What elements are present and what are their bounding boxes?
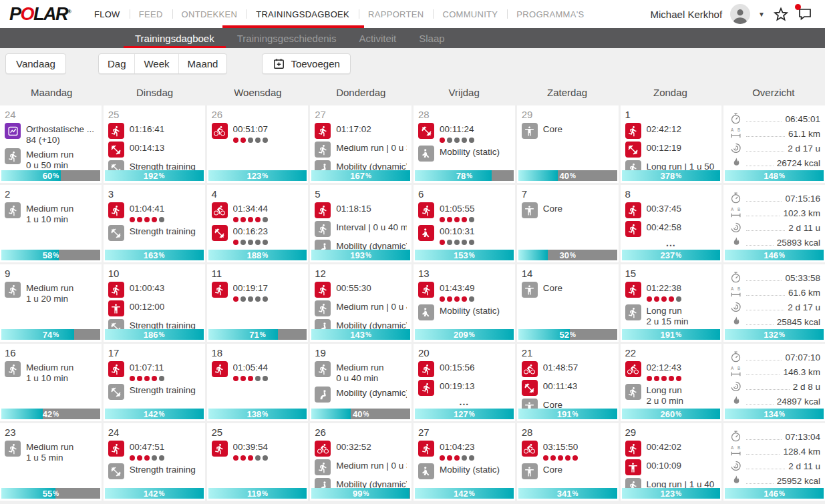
training-entry[interactable]: 01:34:44 xyxy=(212,202,304,222)
view-option-dag[interactable]: Dag xyxy=(99,54,135,73)
nav-item-community[interactable]: COMMUNITY xyxy=(433,0,507,28)
training-entry[interactable]: 00:19:13 xyxy=(418,380,510,396)
day-cell[interactable]: 2101:48:5700:11:43Core191% xyxy=(517,344,619,421)
training-entry[interactable]: Mobility (dynamic) xyxy=(315,387,407,403)
day-cell[interactable]: 19Medium run0 u 40 minMobility (dynamic)… xyxy=(310,344,411,421)
training-entry[interactable]: Medium run1 u 20 min xyxy=(5,282,97,304)
tab-trainingsgeschiedenis[interactable]: Trainingsgeschiedenis xyxy=(226,28,348,48)
training-entry[interactable]: 02:42:12 xyxy=(625,123,717,139)
day-cell[interactable]: 14Core52% xyxy=(517,264,619,342)
nav-item-ontdekken[interactable]: ONTDEKKEN xyxy=(172,0,247,28)
day-cell[interactable]: 2600:51:07123% xyxy=(207,105,309,183)
training-entry[interactable]: Medium run1 u 10 min xyxy=(5,202,97,225)
add-button[interactable]: Toevoegen xyxy=(262,53,350,74)
training-entry[interactable]: 00:11:43 xyxy=(522,380,614,396)
overview-cell[interactable]: 07:13:04AB128.4 km2 d 11 u25952 kcal146% xyxy=(723,423,825,501)
today-button[interactable]: Vandaag xyxy=(5,53,66,74)
training-entry[interactable]: 01:04:23 xyxy=(418,441,510,461)
day-cell[interactable]: 2900:42:0200:10:09Long run | 1 u 40 min1… xyxy=(621,423,722,501)
tab-activiteit[interactable]: Activiteit xyxy=(347,28,407,48)
day-cell[interactable]: 601:05:5500:10:31153% xyxy=(414,185,515,262)
training-entry[interactable]: Strength training xyxy=(108,463,200,479)
day-cell[interactable]: 2501:16:4100:14:13Strength training192% xyxy=(104,105,205,183)
training-entry[interactable]: Mobility (static) xyxy=(418,146,510,162)
day-cell[interactable]: 23Medium run1 u 5 min55% xyxy=(0,423,102,501)
training-entry[interactable]: 00:19:17 xyxy=(212,282,304,302)
training-entry[interactable]: Mobility (static) xyxy=(418,463,510,479)
caret-down-icon[interactable]: ▼ xyxy=(758,11,765,18)
day-cell[interactable]: 2600:32:52Medium run | 0 u 35 minMobilit… xyxy=(310,423,411,501)
training-entry[interactable]: Medium run1 u 5 min xyxy=(5,441,97,463)
day-cell[interactable]: 1100:19:1771% xyxy=(207,264,309,342)
training-entry[interactable]: Core xyxy=(522,463,614,479)
training-entry[interactable]: Strength training xyxy=(108,384,200,400)
training-entry[interactable]: 03:15:50 xyxy=(522,441,614,461)
nav-item-rapporten[interactable]: RAPPORTEN xyxy=(359,0,433,28)
training-entry[interactable]: 00:55:30 xyxy=(315,282,407,298)
training-entry[interactable]: Medium run1 u 10 min xyxy=(5,361,97,384)
training-entry[interactable]: 01:05:55 xyxy=(418,202,510,222)
training-entry[interactable]: 00:32:52 xyxy=(315,441,407,457)
overview-cell[interactable]: 05:33:58AB61.6 km2 d 17 u25845 kcal132% xyxy=(723,264,825,342)
day-cell[interactable]: 301:04:41Strength training163% xyxy=(104,185,205,262)
training-entry[interactable]: Long run2 u 0 min xyxy=(625,384,717,407)
training-entry[interactable]: Interval | 0 u 40 min xyxy=(315,221,407,237)
training-entry[interactable]: 00:39:54 xyxy=(212,441,304,461)
training-entry[interactable]: 00:10:09 xyxy=(625,459,717,475)
view-option-week[interactable]: Week xyxy=(134,54,178,73)
day-cell[interactable]: 1200:55:30Medium run | 0 u 45 minMobilit… xyxy=(310,264,411,342)
overview-cell[interactable]: 07:15:16AB102.3 km2 d 11 u25893 kcal146% xyxy=(723,185,825,262)
training-entry[interactable]: Medium run | 0 u 35 min xyxy=(315,142,407,158)
day-cell[interactable]: 1701:07:11Strength training142% xyxy=(104,344,205,421)
training-entry[interactable]: Medium run | 0 u 45 min xyxy=(315,300,407,316)
day-cell[interactable]: 29Core40% xyxy=(517,105,619,183)
day-cell[interactable]: 2Medium run1 u 10 min58% xyxy=(0,185,102,262)
day-cell[interactable]: 1501:22:38Long run2 u 15 min191% xyxy=(621,264,722,342)
avatar[interactable] xyxy=(730,4,750,24)
training-entry[interactable]: 00:12:19 xyxy=(625,142,717,158)
training-entry[interactable]: 01:18:15 xyxy=(315,202,407,218)
view-option-maand[interactable]: Maand xyxy=(178,54,227,73)
day-cell[interactable]: 2202:12:43Long run2 u 0 min260% xyxy=(621,344,722,421)
training-entry[interactable]: Mobility (static) xyxy=(418,304,510,320)
training-entry[interactable]: 01:07:11 xyxy=(108,361,200,381)
training-entry[interactable]: 00:15:56 xyxy=(418,361,510,377)
training-entry[interactable]: 01:05:44 xyxy=(212,361,304,381)
nav-item-trainingsdagboek[interactable]: TRAININGSDAGBOEK xyxy=(246,0,359,28)
tab-trainingsdagboek[interactable]: Trainingsdagboek xyxy=(124,28,226,48)
notifications-icon[interactable] xyxy=(797,6,813,22)
training-entry[interactable]: 00:10:31 xyxy=(418,225,510,245)
training-entry[interactable]: Medium run0 u 50 min xyxy=(5,148,97,171)
training-entry[interactable]: 01:16:41 xyxy=(108,123,200,139)
training-entry[interactable]: Long run2 u 15 min xyxy=(625,304,717,327)
day-cell[interactable]: 2400:47:51Strength training142% xyxy=(104,423,205,501)
training-entry[interactable]: Medium run0 u 40 min xyxy=(315,361,407,384)
day-cell[interactable]: 24Orthostatische ...84 (+10)Medium run0 … xyxy=(0,105,102,183)
training-entry[interactable]: 00:16:23 xyxy=(212,225,304,245)
day-cell[interactable]: 1301:43:49Mobility (static)209% xyxy=(414,264,515,342)
training-entry[interactable]: 00:42:58 xyxy=(625,221,717,237)
training-entry[interactable]: 01:04:41 xyxy=(108,202,200,222)
day-cell[interactable]: 102:42:1200:12:19Long run | 1 u 50 min37… xyxy=(621,105,722,183)
training-entry[interactable]: 02:12:43 xyxy=(625,361,717,381)
day-cell[interactable]: 1001:00:4300:12:00Strength training186% xyxy=(104,264,205,342)
nav-item-flow[interactable]: FLOW xyxy=(85,0,130,28)
training-entry[interactable]: Strength training xyxy=(108,225,200,241)
more-entries-indicator[interactable]: ... xyxy=(625,240,717,246)
training-entry[interactable]: 01:17:02 xyxy=(315,123,407,139)
day-cell[interactable]: 16Medium run1 u 10 min42% xyxy=(0,344,102,421)
training-entry[interactable]: 00:12:00 xyxy=(108,300,200,316)
training-entry[interactable]: Core xyxy=(522,123,614,139)
training-entry[interactable]: 01:22:38 xyxy=(625,282,717,302)
day-cell[interactable]: 501:18:15Interval | 0 u 40 minMobility (… xyxy=(310,185,411,262)
day-cell[interactable]: 7Core30% xyxy=(517,185,619,262)
more-entries-indicator[interactable]: ... xyxy=(418,399,510,405)
day-cell[interactable]: 2701:17:02Medium run | 0 u 35 minMobilit… xyxy=(310,105,411,183)
training-entry[interactable]: 01:00:43 xyxy=(108,282,200,298)
day-cell[interactable]: 1801:05:44138% xyxy=(207,344,309,421)
training-entry[interactable]: 00:37:45 xyxy=(625,202,717,218)
day-cell[interactable]: 9Medium run1 u 20 min74% xyxy=(0,264,102,342)
training-entry[interactable]: Orthostatische ...84 (+10) xyxy=(5,123,97,146)
overview-cell[interactable]: 07:07:10AB146.3 km2 d 8 u24897 kcal134% xyxy=(723,344,825,421)
nav-item-feed[interactable]: FEED xyxy=(130,0,172,28)
